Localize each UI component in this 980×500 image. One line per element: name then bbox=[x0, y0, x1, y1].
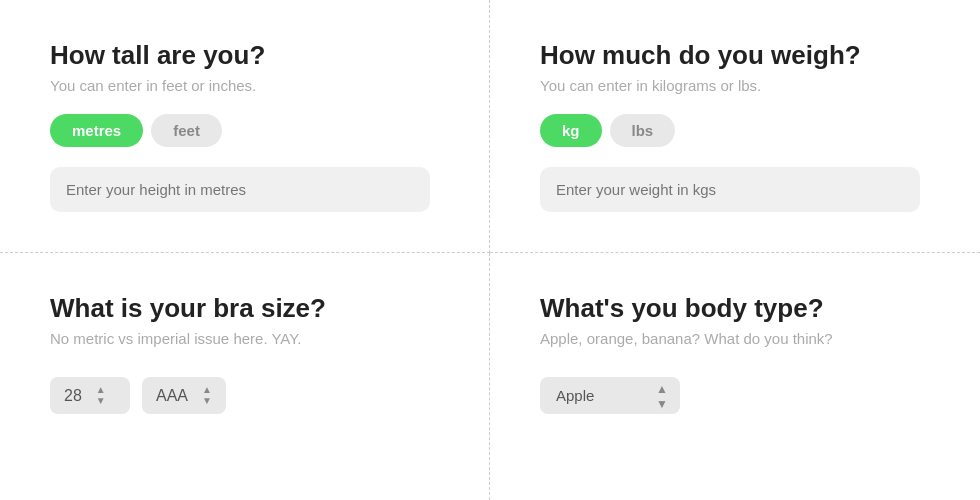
bra-letter-value: AAA bbox=[156, 387, 188, 405]
bodytype-cell: What's you body type? Apple, orange, ban… bbox=[490, 253, 980, 500]
feet-toggle[interactable]: feet bbox=[151, 114, 222, 147]
weight-input[interactable] bbox=[540, 167, 920, 212]
height-input[interactable] bbox=[50, 167, 430, 212]
main-grid: How tall are you? You can enter in feet … bbox=[0, 0, 980, 500]
bra-letter-up-arrow[interactable]: ▲ bbox=[202, 385, 212, 395]
height-cell: How tall are you? You can enter in feet … bbox=[0, 0, 490, 253]
kg-toggle[interactable]: kg bbox=[540, 114, 602, 147]
weight-subtitle: You can enter in kilograms or lbs. bbox=[540, 77, 930, 94]
weight-title: How much do you weigh? bbox=[540, 40, 930, 71]
bra-number-stepper[interactable]: 28 ▲ ▼ bbox=[50, 377, 130, 414]
bodytype-subtitle: Apple, orange, banana? What do you think… bbox=[540, 330, 930, 347]
height-subtitle: You can enter in feet or inches. bbox=[50, 77, 439, 94]
bra-subtitle: No metric vs imperial issue here. YAY. bbox=[50, 330, 439, 347]
bra-cell: What is your bra size? No metric vs impe… bbox=[0, 253, 490, 500]
bra-number-value: 28 bbox=[64, 387, 82, 405]
bra-number-arrows: ▲ ▼ bbox=[96, 385, 106, 406]
bra-letter-stepper[interactable]: AAA ▲ ▼ bbox=[142, 377, 226, 414]
bra-letter-down-arrow[interactable]: ▼ bbox=[202, 396, 212, 406]
height-toggle-group: metres feet bbox=[50, 114, 222, 147]
bodytype-select-wrapper: Apple Orange Banana Pear ▲ ▼ bbox=[540, 377, 680, 414]
weight-toggle-group: kg lbs bbox=[540, 114, 675, 147]
weight-cell: How much do you weigh? You can enter in … bbox=[490, 0, 980, 253]
bra-letter-arrows: ▲ ▼ bbox=[202, 385, 212, 406]
metres-toggle[interactable]: metres bbox=[50, 114, 143, 147]
height-title: How tall are you? bbox=[50, 40, 439, 71]
lbs-toggle[interactable]: lbs bbox=[610, 114, 676, 147]
bra-number-down-arrow[interactable]: ▼ bbox=[96, 396, 106, 406]
bodytype-select[interactable]: Apple Orange Banana Pear bbox=[540, 377, 680, 414]
bra-controls: 28 ▲ ▼ AAA ▲ ▼ bbox=[50, 377, 226, 414]
bra-number-up-arrow[interactable]: ▲ bbox=[96, 385, 106, 395]
bra-title: What is your bra size? bbox=[50, 293, 439, 324]
bodytype-title: What's you body type? bbox=[540, 293, 930, 324]
